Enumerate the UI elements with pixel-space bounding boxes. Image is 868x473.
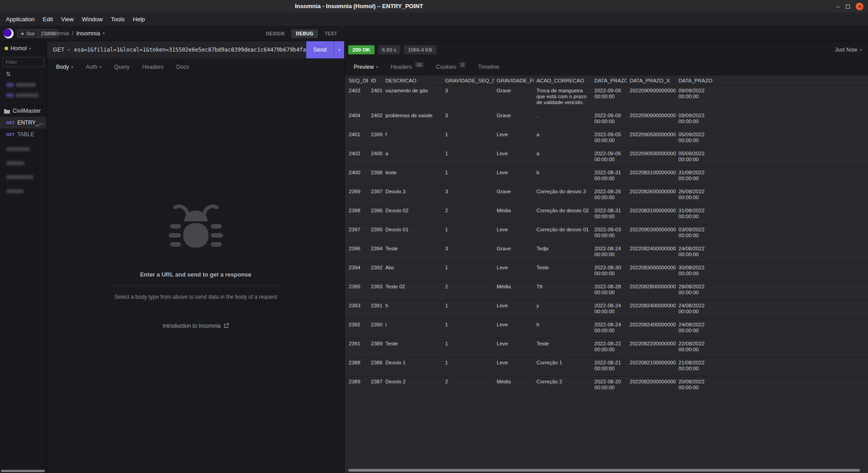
redacted-request[interactable] xyxy=(0,158,47,168)
table-cell: vazamento de gás xyxy=(383,86,442,110)
table-cell: Leve xyxy=(494,129,534,148)
main-area: Homol ▾ ⇅ CivilMaster GETENTRY_...GE xyxy=(0,41,868,473)
introduction-link-label: Introduction to Insomnia xyxy=(162,323,220,329)
table-cell: 30/08/2022 00:00:00 xyxy=(676,263,726,282)
titlebar: Insomnia - Insomnia (Homol) – ENTRY_POIN… xyxy=(0,0,868,13)
table-cell: 20220905000000000 xyxy=(627,148,676,167)
table-cell: 2022-09-09 00:00:00 xyxy=(592,110,627,129)
maximize-button[interactable] xyxy=(846,5,850,9)
response-table: SEQ_DBIDDESCRICAOGRAVIDADE_SEQ_DBGRAVIDA… xyxy=(345,76,868,395)
send-options-button[interactable]: ▾ xyxy=(334,41,344,58)
menu-item-view[interactable]: View xyxy=(57,13,78,26)
table-cell-filler xyxy=(726,205,868,225)
menu-item-tools[interactable]: Tools xyxy=(107,13,128,26)
table-cell: 2391 xyxy=(368,301,383,320)
app-window: Insomnia - Insomnia (Homol) – ENTRY_POIN… xyxy=(0,0,868,473)
sort-toggle-icon[interactable]: ⇅ xyxy=(6,71,11,77)
request-tab-headers[interactable]: Headers xyxy=(136,64,170,70)
table-cell: 20220822000000000 xyxy=(627,339,676,358)
table-cell: 22/08/2022 00:00:00 xyxy=(676,339,726,358)
menu-item-help[interactable]: Help xyxy=(129,13,149,26)
request-tab-docs[interactable]: Docs xyxy=(170,64,195,70)
response-horizontal-scrollbar[interactable] xyxy=(348,469,860,472)
request-panel: GET ▾ esa=1&filial=1&local=1&token=31550… xyxy=(47,41,345,473)
breadcrumb-separator: / xyxy=(72,26,74,41)
table-row: 24002398teste1Leveb2022-08-31 00:00:0020… xyxy=(345,167,868,186)
environment-selector[interactable]: Homol ▾ xyxy=(0,41,47,56)
send-button[interactable]: Send xyxy=(306,41,334,58)
table-cell: 1 xyxy=(442,320,494,339)
folder-icon xyxy=(4,109,10,114)
table-row: 23922390i1Leveh2022-08-24 00:00:00202208… xyxy=(345,320,868,339)
close-button[interactable]: ✕ xyxy=(856,3,863,10)
request-tab-body[interactable]: Body▾ xyxy=(50,64,80,70)
minimize-button[interactable]: – xyxy=(836,4,840,9)
table-cell: Troca de mangueira que está com o prazo … xyxy=(534,86,592,110)
menu-item-window[interactable]: Window xyxy=(78,13,107,26)
table-cell: Grave xyxy=(494,186,534,205)
table-cell-filler xyxy=(726,110,868,129)
response-history-dropdown[interactable]: Just Now ▾ xyxy=(835,47,862,53)
chevron-down-icon: ▾ xyxy=(100,65,101,69)
table-cell: 31/08/2022 00:00:00 xyxy=(676,167,726,186)
breadcrumb-project[interactable]: Insomnia xyxy=(45,26,69,41)
table-cell: 05/09/2022 00:00:00 xyxy=(676,148,726,167)
empty-state-subtitle: Select a body type from above to send da… xyxy=(47,294,344,300)
sidebar: Homol ▾ ⇅ CivilMaster GETENTRY_...GE xyxy=(0,41,47,473)
table-cell: 1 xyxy=(442,148,494,167)
mode-tabs: DESIGNDEBUGTEST xyxy=(261,26,342,41)
sidebar-filter-input[interactable] xyxy=(2,57,44,67)
request-tab-query[interactable]: Query xyxy=(108,64,136,70)
redacted-request[interactable] xyxy=(0,90,47,100)
workspace-dropdown-caret-icon[interactable]: ▾ xyxy=(103,26,104,41)
table-cell: 2402 xyxy=(345,148,368,167)
table-cell: 2022-09-09 00:00:00 xyxy=(592,86,627,110)
sidebar-request-list: GETENTRY_...GETTABLE xyxy=(0,117,47,140)
table-cell: 2393 xyxy=(368,282,383,301)
table-cell: . xyxy=(534,110,592,129)
table-cell: 2403 xyxy=(345,86,368,110)
url-input[interactable]: esa=1&filial=1&local=1&token=315502e6e5e… xyxy=(74,41,306,58)
response-tab-preview[interactable]: Preview▾ xyxy=(347,64,384,70)
breadcrumb-workspace[interactable]: Insomnia xyxy=(76,26,100,41)
table-row: 24032401vazamento de gás3GraveTroca de m… xyxy=(345,86,868,110)
table-row: 23972395Desvio 011LeveCorreção do desvio… xyxy=(345,225,868,244)
introduction-link[interactable]: Introduction to Insomnia xyxy=(47,323,344,329)
mode-tab-debug[interactable]: DEBUG xyxy=(291,29,318,38)
sidebar-request-table[interactable]: GETTABLE xyxy=(0,129,47,140)
table-cell: 2400 xyxy=(345,167,368,186)
chevron-down-icon: ▾ xyxy=(71,65,73,69)
request-tab-auth[interactable]: Auth▾ xyxy=(80,64,108,70)
table-cell: 2388 xyxy=(345,358,368,377)
redacted-request[interactable] xyxy=(0,172,47,182)
tab-count-badge: 12 xyxy=(415,62,423,67)
sidebar-horizontal-scrollbar[interactable] xyxy=(1,470,45,472)
menu-item-edit[interactable]: Edit xyxy=(39,13,57,26)
table-cell: 1 xyxy=(442,358,494,377)
table-cell: 2389 xyxy=(345,377,368,396)
sidebar-folder-civilmaster[interactable]: CivilMaster xyxy=(0,105,47,117)
table-cell: 2398 xyxy=(368,167,383,186)
table-row: 24012399f1Levea2022-09-05 00:00:00202209… xyxy=(345,129,868,148)
request-tab-label: Query xyxy=(114,64,129,70)
response-tab-headers[interactable]: Headers12 xyxy=(384,64,429,70)
response-tab-label: Timeline xyxy=(478,64,499,70)
table-cell: 20220828000000000 xyxy=(627,282,676,301)
table-cell: 26/08/2022 00:00:00 xyxy=(676,186,726,205)
mode-tab-test[interactable]: TEST xyxy=(320,29,342,38)
mode-tab-design[interactable]: DESIGN xyxy=(261,29,289,38)
method-selector[interactable]: GET ▾ xyxy=(47,41,74,58)
sidebar-request-entry[interactable]: GETENTRY_... xyxy=(0,117,47,129)
sort-row: ⇅ xyxy=(0,68,47,80)
redacted-request[interactable] xyxy=(0,186,47,196)
response-tab-timeline[interactable]: Timeline xyxy=(472,64,506,70)
redacted-request[interactable] xyxy=(0,144,47,154)
table-cell: Correção do desvio 3 xyxy=(534,186,592,205)
column-header-data_prazo_x: DATA_PRAZO_X xyxy=(627,76,676,86)
redacted-request[interactable] xyxy=(0,80,47,90)
table-cell-filler xyxy=(726,263,868,282)
menu-item-application[interactable]: Application xyxy=(2,13,39,26)
response-tab-cookies[interactable]: Cookies2 xyxy=(430,64,472,70)
table-cell: Teste xyxy=(383,244,442,263)
table-cell: Correção 2 xyxy=(534,377,592,396)
